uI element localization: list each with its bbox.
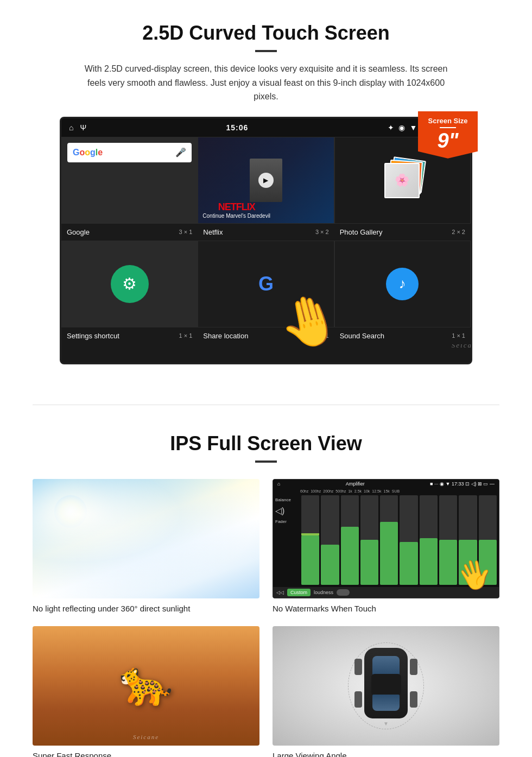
ips-item-sunlight: No light reflecting under 360° direct su… bbox=[33, 479, 259, 613]
amplifier-caption: No Watermarks When Touch bbox=[273, 604, 499, 613]
section-divider bbox=[33, 405, 499, 405]
amp-title: Amplifier bbox=[346, 481, 365, 487]
app-grid-row2: ⚙ G 🤚 ♪ bbox=[61, 241, 471, 327]
cheetah-icon: 🐆 bbox=[119, 658, 173, 709]
section1-title: 2.5D Curved Touch Screen bbox=[33, 22, 499, 45]
slider-3[interactable] bbox=[341, 495, 359, 585]
wheel-rear-right bbox=[410, 691, 417, 708]
sunlight-caption: No light reflecting under 360° direct su… bbox=[33, 604, 259, 613]
sound-label-name: Sound Search bbox=[340, 332, 384, 340]
netflix-subtitle: Continue Marvel's Daredevil bbox=[202, 213, 270, 219]
cell-label-row2: Settings shortcut 1 × 1 Share location 1… bbox=[61, 327, 471, 344]
bluetooth-icon: ✦ bbox=[388, 123, 394, 132]
netflix-label: Netflix 3 × 2 bbox=[198, 227, 334, 237]
fader-label: Fader bbox=[275, 519, 299, 524]
wheel-front-right bbox=[410, 659, 417, 675]
netflix-label-name: Netflix bbox=[203, 228, 223, 236]
car-arrow: ▼ bbox=[383, 721, 389, 727]
usb-icon: Ψ bbox=[80, 123, 86, 132]
wheel-front-left bbox=[354, 659, 362, 675]
settings-label-name: Settings shortcut bbox=[67, 332, 119, 340]
cheetah-watermark: Seicane bbox=[133, 734, 159, 740]
app-grid-row1: Google 🎤 ▶ NETFLIX Continue Marvel's D bbox=[61, 137, 471, 224]
google-size: 3 × 1 bbox=[179, 229, 193, 235]
slider-7-fill bbox=[420, 538, 438, 585]
light-effect bbox=[33, 479, 259, 598]
google-search-bar[interactable]: Google 🎤 bbox=[67, 143, 192, 162]
ips-section: IPS Full Screen View No light reflecting… bbox=[0, 427, 532, 757]
netflix-overlay: NETFLIX Continue Marvel's Daredevil bbox=[202, 201, 270, 219]
sound-icon: ♪ bbox=[386, 268, 419, 300]
volume-knob-icon: ◁) bbox=[275, 506, 299, 516]
settings-size: 1 × 1 bbox=[179, 332, 193, 339]
slider-3-fill bbox=[341, 527, 359, 585]
microphone-icon[interactable]: 🎤 bbox=[175, 147, 186, 157]
android-screen: ⌂ Ψ 15:06 ✦ ◉ ▼ ⊡ ◁) ⊠ ▭ bbox=[60, 117, 472, 364]
car-windshield bbox=[372, 656, 400, 675]
gallery-size: 2 × 2 bbox=[452, 229, 465, 235]
car-top-view: ▼ bbox=[353, 648, 419, 724]
slider-4[interactable] bbox=[360, 495, 378, 585]
badge-number: 9" bbox=[422, 130, 473, 151]
slider-8-fill bbox=[439, 540, 457, 585]
status-time: 15:06 bbox=[86, 123, 388, 132]
share-location-cell[interactable]: G 🤚 bbox=[198, 241, 334, 327]
freq-labels: 60hz100hz200hz500hz1k2.5k10k12.5k15kSUB bbox=[273, 488, 499, 493]
play-button[interactable]: ▶ bbox=[258, 173, 274, 188]
ips-item-cheetah: 🐆 Seicane Super Fast Response bbox=[33, 626, 259, 757]
ips-grid: No light reflecting under 360° direct su… bbox=[33, 479, 499, 757]
slider-7[interactable] bbox=[420, 495, 438, 585]
maps-icon: G bbox=[258, 272, 274, 295]
google-label: Google 3 × 1 bbox=[61, 227, 198, 237]
car-body bbox=[364, 648, 408, 718]
curved-screen-section: 2.5D Curved Touch Screen With 2.5D curve… bbox=[0, 0, 532, 383]
wifi-icon: ▼ bbox=[409, 123, 417, 132]
settings-label: Settings shortcut 1 × 1 bbox=[61, 331, 198, 341]
section2-title: IPS Full Screen View bbox=[33, 432, 499, 455]
slider-8[interactable] bbox=[439, 495, 457, 585]
google-app-cell[interactable]: Google 🎤 bbox=[61, 137, 198, 224]
sound-label: Sound Search 1 × 1 bbox=[334, 331, 471, 341]
slider-6-fill bbox=[400, 542, 417, 585]
slider-5-fill bbox=[380, 522, 398, 585]
sound-size: 1 × 1 bbox=[452, 332, 465, 339]
slider-2-fill bbox=[321, 545, 339, 585]
loudness-toggle[interactable] bbox=[337, 589, 350, 596]
screen-size-badge: Screen Size 9" bbox=[418, 111, 478, 159]
slider-6[interactable] bbox=[400, 495, 417, 585]
slider-5[interactable] bbox=[380, 495, 398, 585]
cell-label-row1: Google 3 × 1 Netflix 3 × 2 Photo Gallery… bbox=[61, 224, 471, 241]
amp-left-labels: Balance ◁) Fader bbox=[275, 495, 299, 585]
google-label-name: Google bbox=[67, 228, 90, 236]
gallery-stack: 🌸 bbox=[381, 159, 424, 202]
amp-body: Balance ◁) Fader bbox=[273, 493, 499, 587]
amp-status-bar: ⌂ Amplifier ■ ··· ◉ ▼ 17:33 ⊡ ◁) ⊠ ▭ — bbox=[273, 480, 499, 488]
netflix-app-cell[interactable]: ▶ NETFLIX Continue Marvel's Daredevil bbox=[198, 137, 334, 224]
slider-1-fill bbox=[301, 535, 319, 585]
status-bar: ⌂ Ψ 15:06 ✦ ◉ ▼ ⊡ ◁) ⊠ ▭ bbox=[61, 118, 471, 137]
gallery-img-front: 🌸 bbox=[384, 163, 420, 198]
cheetah-image: 🐆 Seicane bbox=[33, 626, 259, 746]
cheetah-caption: Super Fast Response bbox=[33, 751, 259, 757]
slider-1[interactable] bbox=[301, 495, 319, 585]
sound-search-cell[interactable]: ♪ bbox=[334, 241, 471, 327]
slider-2[interactable] bbox=[321, 495, 339, 585]
balance-label: Balance bbox=[275, 497, 299, 502]
section1-description: With 2.5D curved-display screen, this de… bbox=[76, 62, 456, 104]
car-image: ▼ bbox=[273, 626, 499, 746]
loudness-label: loudness bbox=[314, 590, 333, 595]
ips-title-underline bbox=[255, 460, 277, 463]
slider-1-handle bbox=[301, 533, 319, 535]
location-icon: ◉ bbox=[398, 123, 405, 132]
settings-app-cell[interactable]: ⚙ bbox=[61, 241, 198, 327]
amp-time: 17:33 bbox=[452, 481, 464, 487]
status-left-icons: ⌂ Ψ bbox=[69, 123, 86, 132]
amplifier-image: ⌂ Amplifier ■ ··· ◉ ▼ 17:33 ⊡ ◁) ⊠ ▭ — 6… bbox=[273, 479, 499, 598]
home-icon[interactable]: ⌂ bbox=[69, 123, 73, 132]
gallery-label-name: Photo Gallery bbox=[340, 228, 383, 236]
share-label-name: Share location bbox=[203, 332, 248, 340]
custom-button[interactable]: Custom bbox=[287, 589, 311, 596]
amp-icons: ■ ··· ◉ ▼ 17:33 ⊡ ◁) ⊠ ▭ — bbox=[430, 481, 495, 487]
slider-4-fill bbox=[360, 540, 378, 585]
car-roof bbox=[371, 674, 401, 696]
